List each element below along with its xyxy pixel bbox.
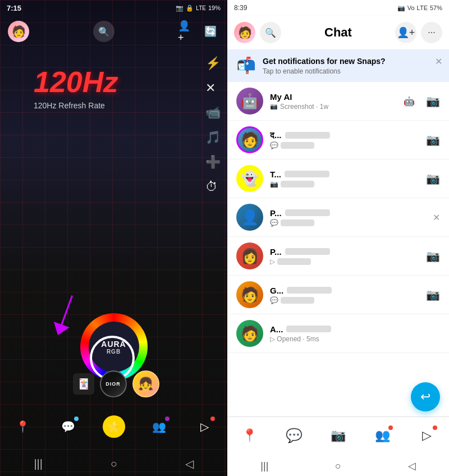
flash-icon[interactable]: ⚡ xyxy=(205,56,221,71)
hz-display: 120Hz xyxy=(34,67,118,97)
rnav-camera[interactable]: 📷 xyxy=(326,423,351,448)
myai-camera-action[interactable]: 📷 xyxy=(426,94,440,108)
user6-sub: ▷ Opened · 5ms xyxy=(270,335,440,343)
notification-close-button[interactable]: ✕ xyxy=(435,56,442,67)
left-top-right-icons: 👤+ 🔄 xyxy=(178,22,219,40)
left-top-bar: 🧑 🔍 👤+ 🔄 xyxy=(0,16,227,47)
sys-back[interactable]: ||| xyxy=(34,457,43,470)
nav-stories[interactable]: ▷ xyxy=(194,415,216,438)
user1-avatar: 🧑 xyxy=(236,126,263,153)
stories-notification-dot xyxy=(210,417,215,421)
battery-level: 57% xyxy=(430,4,442,11)
user3-sub: 💬 xyxy=(270,219,426,227)
rsys-home[interactable]: ○ xyxy=(335,460,341,472)
myai-name: My AI xyxy=(270,92,397,102)
user4-content: P... ▷ xyxy=(270,247,419,266)
right-avatar[interactable]: 🧑 xyxy=(234,22,255,43)
more-options-button[interactable]: ··· xyxy=(421,22,442,43)
hz-subtitle: 120Hz Refresh Rate xyxy=(34,101,105,110)
rsys-recent[interactable]: ◁ xyxy=(408,460,416,472)
user3-content: P... 💬 xyxy=(270,208,426,227)
right-panel: 8:39 📷 Vo LTE 57% 🧑 🔍 Chat 👤+ ··· 📬 Get … xyxy=(227,0,449,476)
user5-sub: 💬 xyxy=(270,296,419,304)
compose-fab-button[interactable]: ↩ xyxy=(411,382,440,411)
left-avatar[interactable]: 🧑 xyxy=(8,21,29,42)
right-status-icons: 📷 Vo LTE 57% xyxy=(397,4,442,12)
user4-camera-action[interactable]: 📷 xyxy=(426,249,440,263)
plus-icon[interactable]: ➕ xyxy=(205,155,221,170)
dior-lens[interactable]: DIOR xyxy=(100,370,127,397)
rnav-stories[interactable]: ▷ xyxy=(415,423,439,448)
user2-content: T... 📷 xyxy=(270,170,419,188)
rotate-icon[interactable]: 🔄 xyxy=(201,22,219,40)
left-status-icons: 📷 🔒 LTE 19% xyxy=(176,4,221,12)
timer-icon[interactable]: ⏱ xyxy=(205,180,221,194)
user3-name: P... xyxy=(270,208,426,218)
user3-avatar: 👤 xyxy=(236,204,263,231)
notification-text: Get notifications for new Snaps? Tap to … xyxy=(263,56,386,75)
user5-camera-action[interactable]: 📷 xyxy=(426,288,440,301)
right-bottom-nav: 📍 💬 📷 👥 ▷ xyxy=(227,417,449,456)
sys-home[interactable]: ○ xyxy=(111,457,117,470)
chat-item-user1[interactable]: 🧑 द... 💬 📷 xyxy=(227,121,449,159)
user5-content: G... 💬 xyxy=(270,286,419,304)
camera-right-icons: ⚡ ✕ 📹 🎵 ➕ ⏱ xyxy=(205,56,221,194)
right-top-bar: 🧑 🔍 Chat 👤+ ··· xyxy=(227,16,449,49)
chat-item-user4[interactable]: 👩 P... ▷ 📷 xyxy=(227,237,449,276)
nav-location[interactable]: 📍 xyxy=(12,415,34,438)
user5-name: G... xyxy=(270,286,419,295)
right-status-bar: 8:39 📷 Vo LTE 57% xyxy=(227,0,449,16)
user6-name: A... xyxy=(270,324,440,334)
user1-camera-action[interactable]: 📷 xyxy=(426,133,440,147)
user4-name: P... xyxy=(270,247,419,257)
rnav-friends[interactable]: 👥 xyxy=(370,423,395,448)
arrow-indicator xyxy=(51,294,79,341)
right-system-nav: ||| ○ ◁ xyxy=(227,456,449,476)
user2-avatar: 👻 xyxy=(236,165,263,192)
right-search-button[interactable]: 🔍 xyxy=(260,22,281,43)
user2-camera-action[interactable]: 📷 xyxy=(426,172,440,185)
left-system-nav: ||| ○ ◁ xyxy=(0,457,227,470)
chat-item-user5[interactable]: 🧑 G... 💬 📷 xyxy=(227,276,449,314)
music-icon[interactable]: 🎵 xyxy=(205,130,221,145)
chat-item-user3[interactable]: 👤 P... 💬 ✕ xyxy=(227,198,449,237)
chat-item-user6[interactable]: 🧑 A... ▷ Opened · 5ms xyxy=(227,314,449,353)
left-search-button[interactable]: 🔍 xyxy=(93,21,114,42)
svg-line-0 xyxy=(61,295,72,327)
chat-item-myai[interactable]: 🤖 My AI 📷 Screenshot · 1w 🤖 📷 xyxy=(227,82,449,121)
myai-sub: 📷 Screenshot · 1w xyxy=(270,103,397,111)
rnav-location[interactable]: 📍 xyxy=(237,423,262,448)
friends-dot xyxy=(388,425,393,430)
user3-close-action[interactable]: ✕ xyxy=(433,212,440,223)
user2-name: T... xyxy=(270,170,419,179)
notification-icon: 📬 xyxy=(236,56,256,75)
add-friend-button[interactable]: 👤+ xyxy=(395,22,416,43)
sys-recent[interactable]: ◁ xyxy=(185,457,194,470)
notification-banner[interactable]: 📬 Get notifications for new Snaps? Tap t… xyxy=(227,49,449,82)
user1-name: द... xyxy=(270,130,419,140)
chat-notification-dot xyxy=(74,417,79,421)
doll-lens[interactable]: 👧 xyxy=(132,370,159,397)
user5-avatar: 🧑 xyxy=(236,281,263,308)
nav-camera-active[interactable]: ⭐ xyxy=(103,415,125,438)
rsys-back[interactable]: ||| xyxy=(260,460,268,472)
nav-chat[interactable]: 💬 xyxy=(57,415,80,438)
myai-robot-badge: 🤖 xyxy=(404,96,415,107)
chat-list: 🤖 My AI 📷 Screenshot · 1w 🤖 📷 🧑 xyxy=(227,82,449,417)
myai-content: My AI 📷 Screenshot · 1w xyxy=(270,92,397,111)
rnav-chat-active[interactable]: 💬 xyxy=(282,423,306,448)
nav-friends[interactable]: 👥 xyxy=(148,415,171,438)
left-bottom-nav: 📍 💬 ⭐ 👥 ▷ xyxy=(0,411,227,442)
myai-avatar: 🤖 xyxy=(236,88,263,115)
user6-content: A... ▷ Opened · 5ms xyxy=(270,324,440,343)
user6-avatar: 🧑 xyxy=(236,320,263,347)
user1-content: द... 💬 xyxy=(270,130,419,149)
flash-off-icon[interactable]: ✕ xyxy=(205,81,221,95)
cards-lens[interactable]: 🃏 xyxy=(73,373,94,395)
chat-item-user2[interactable]: 👻 T... 📷 📷 xyxy=(227,159,449,198)
add-friend-icon[interactable]: 👤+ xyxy=(178,22,196,40)
left-panel: 120Hz 120Hz Refresh Rate 7:15 📷 🔒 LTE 19… xyxy=(0,0,227,476)
video-icon[interactable]: 📹 xyxy=(205,106,221,120)
chat-title: Chat xyxy=(286,25,391,40)
svg-marker-1 xyxy=(50,322,70,338)
